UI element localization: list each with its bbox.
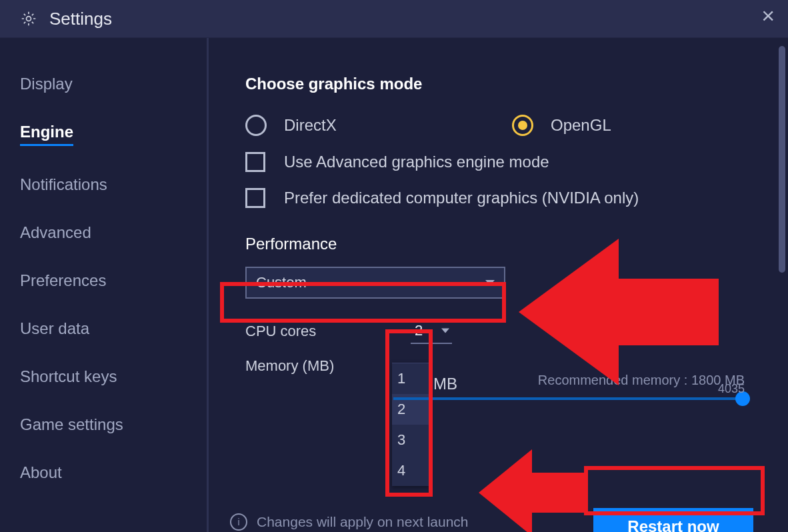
chevron-down-icon <box>485 280 495 285</box>
sidebar-item-shortcut-keys[interactable]: Shortcut keys <box>20 367 117 386</box>
window-title: Settings <box>49 9 112 29</box>
sidebar-item-engine[interactable]: Engine <box>20 123 73 146</box>
chevron-down-icon <box>441 329 449 333</box>
performance-heading: Performance <box>245 235 755 253</box>
memory-slider-max: 4035 <box>718 382 745 396</box>
info-icon: i <box>230 513 247 531</box>
cpu-option-3[interactable]: 3 <box>392 425 429 455</box>
radio-opengl-label: OpenGL <box>551 116 611 135</box>
radio-directx-label: DirectX <box>284 116 337 135</box>
sidebar: Display Engine Notifications Advanced Pr… <box>0 38 209 532</box>
checkbox-advanced-engine-label: Use Advanced graphics engine mode <box>284 153 549 171</box>
restart-note: Changes will apply on next launch <box>257 514 469 530</box>
memory-slider[interactable] <box>393 397 745 400</box>
performance-preset-value: Custom <box>256 274 307 291</box>
radio-directx[interactable] <box>245 115 267 136</box>
sidebar-item-about[interactable]: About <box>20 463 62 482</box>
sidebar-item-user-data[interactable]: User data <box>20 319 89 338</box>
cpu-cores-value: 2 <box>415 322 423 339</box>
cpu-option-4[interactable]: 4 <box>392 455 429 486</box>
gear-icon <box>20 10 37 27</box>
performance-preset-select[interactable]: Custom <box>245 267 505 299</box>
radio-opengl[interactable] <box>512 115 533 136</box>
cpu-cores-label: CPU cores <box>245 323 411 340</box>
content-pane: Choose graphics mode DirectX OpenGL Use … <box>209 38 788 532</box>
sidebar-item-game-settings[interactable]: Game settings <box>20 415 123 434</box>
cpu-cores-select[interactable]: 2 <box>411 319 452 344</box>
titlebar: Settings × <box>0 0 788 38</box>
restart-note-row: i Changes will apply on next launch <box>230 513 469 531</box>
memory-recommended: Recommended memory : 1800 MB <box>393 373 745 388</box>
graphics-heading: Choose graphics mode <box>245 75 755 93</box>
checkbox-prefer-nvidia[interactable] <box>245 188 265 208</box>
checkbox-prefer-nvidia-label: Prefer dedicated computer graphics (NVID… <box>284 189 639 207</box>
svg-point-0 <box>27 17 31 21</box>
checkbox-advanced-engine[interactable] <box>245 152 265 172</box>
close-icon[interactable]: × <box>761 4 775 27</box>
restart-now-label: Restart now <box>627 517 719 532</box>
sidebar-item-advanced[interactable]: Advanced <box>20 223 91 242</box>
sidebar-item-display[interactable]: Display <box>20 75 73 93</box>
memory-slider-block: Recommended memory : 1800 MB 4035 <box>393 373 745 400</box>
restart-now-button[interactable]: Restart now <box>593 508 753 532</box>
sidebar-item-preferences[interactable]: Preferences <box>20 271 106 290</box>
memory-label: Memory (MB) <box>245 357 411 375</box>
scrollbar-thumb[interactable] <box>779 46 785 273</box>
sidebar-item-notifications[interactable]: Notifications <box>20 175 107 194</box>
